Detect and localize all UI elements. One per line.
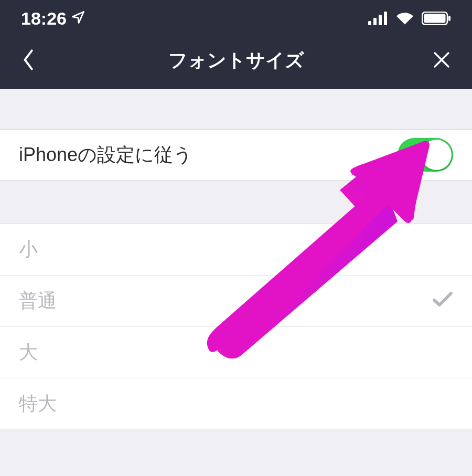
close-icon xyxy=(432,50,451,69)
page-title: フォントサイズ xyxy=(0,48,472,73)
option-label: 大 xyxy=(19,340,38,365)
follow-iphone-setting-toggle[interactable] xyxy=(398,138,453,172)
svg-rect-2 xyxy=(379,15,382,25)
battery-icon xyxy=(422,12,451,25)
font-size-option-small[interactable]: 小 xyxy=(0,224,472,275)
section-gap xyxy=(0,89,472,129)
font-size-option-xl[interactable]: 特大 xyxy=(0,378,472,429)
font-size-option-normal[interactable]: 普通 xyxy=(0,275,472,326)
cellular-icon xyxy=(368,12,388,25)
clock-time: 18:26 xyxy=(21,8,67,29)
follow-iphone-setting-row[interactable]: iPhoneの設定に従う xyxy=(0,129,472,181)
option-label: 特大 xyxy=(19,391,57,417)
option-label: 普通 xyxy=(19,288,57,314)
status-bar: 18:26 xyxy=(0,0,472,37)
back-button[interactable] xyxy=(16,43,40,78)
section-gap xyxy=(0,181,472,224)
location-icon xyxy=(71,8,85,29)
chevron-left-icon xyxy=(21,48,35,71)
nav-header: フォントサイズ xyxy=(0,37,472,89)
status-left: 18:26 xyxy=(21,8,85,29)
svg-rect-6 xyxy=(448,16,450,21)
screen: 18:26 xyxy=(0,0,472,476)
svg-rect-3 xyxy=(384,12,387,25)
status-right xyxy=(368,12,451,25)
toggle-knob xyxy=(421,140,452,170)
option-label: 小 xyxy=(19,237,38,262)
checkmark-icon xyxy=(432,290,453,312)
font-size-option-large[interactable]: 大 xyxy=(0,326,472,378)
close-button[interactable] xyxy=(427,45,456,76)
svg-rect-1 xyxy=(373,18,377,25)
svg-rect-5 xyxy=(424,14,446,23)
follow-iphone-setting-label: iPhoneの設定に従う xyxy=(19,142,192,168)
wifi-icon xyxy=(395,12,414,25)
svg-rect-0 xyxy=(368,21,371,25)
